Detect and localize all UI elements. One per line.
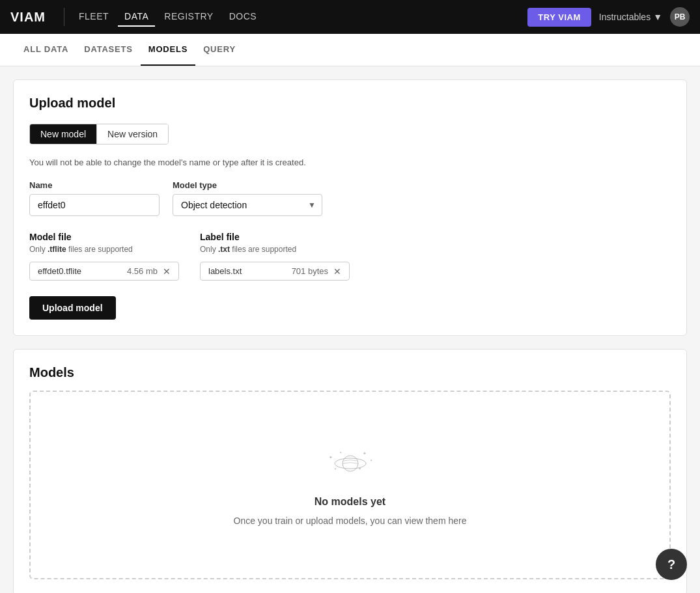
- name-input[interactable]: [29, 194, 160, 216]
- model-file-label: Model file: [29, 232, 179, 242]
- label-file-subtext: Only .txt files are supported: [200, 245, 350, 254]
- avatar[interactable]: PB: [670, 7, 690, 27]
- try-viam-button[interactable]: TRY VIAM: [527, 8, 591, 27]
- sub-nav-query[interactable]: QUERY: [195, 34, 244, 66]
- label-file-label: Label file: [200, 232, 350, 242]
- model-type-select-wrapper: Object detection Image classification Po…: [173, 194, 322, 216]
- nav-registry[interactable]: REGISTRY: [158, 7, 219, 27]
- svg-text:✦: ✦: [333, 467, 336, 471]
- label-file-remove-button[interactable]: ✕: [333, 267, 341, 276]
- model-file-size: 4.56 mb: [127, 266, 158, 276]
- nav-fleet[interactable]: FLEET: [72, 7, 115, 27]
- empty-state: ✦ ✦ ✦ ✦ ✦ ✦ No models yet Once you train…: [29, 391, 671, 579]
- tab-group: New model New version: [29, 124, 169, 145]
- form-row-name-type: Name Model type Object detection Image c…: [29, 180, 671, 216]
- logo: VIAM: [10, 10, 46, 25]
- empty-state-subtitle: Once you train or upload models, you can…: [234, 516, 467, 526]
- tab-new-model[interactable]: New model: [30, 124, 97, 144]
- svg-text:✦: ✦: [328, 455, 332, 460]
- svg-text:✦: ✦: [362, 451, 366, 456]
- nav-docs[interactable]: DOCS: [223, 7, 263, 27]
- nav-right: TRY VIAM Instructables ▼ PB: [527, 7, 690, 27]
- model-file-group: Model file Only .tflite files are suppor…: [29, 232, 179, 281]
- models-title: Models: [29, 365, 671, 380]
- file-section: Model file Only .tflite files are suppor…: [29, 232, 671, 281]
- name-label: Name: [29, 180, 160, 190]
- svg-text:✦: ✦: [370, 458, 372, 462]
- help-button[interactable]: ?: [656, 549, 687, 580]
- tab-new-version[interactable]: New version: [97, 124, 168, 144]
- label-file-size: 701 bytes: [292, 266, 328, 276]
- help-icon: ?: [667, 557, 675, 572]
- upload-card-title: Upload model: [29, 96, 671, 111]
- model-file-ext: .tflite: [48, 245, 66, 254]
- label-file-group: Label file Only .txt files are supported…: [200, 232, 350, 281]
- upload-model-card: Upload model New model New version You w…: [13, 79, 687, 336]
- svg-text:✦: ✦: [339, 450, 342, 454]
- instructables-label: Instructables: [599, 12, 651, 22]
- sub-nav-datasets[interactable]: DATASETS: [76, 34, 141, 66]
- model-file-subtext: Only .tflite files are supported: [29, 245, 179, 254]
- name-group: Name: [29, 180, 160, 216]
- models-card: Models ✦ ✦ ✦ ✦ ✦ ✦ No models yet Once yo…: [13, 349, 687, 593]
- empty-state-title: No models yet: [315, 496, 385, 508]
- nav-divider: [64, 8, 64, 26]
- main-content: Upload model New model New version You w…: [0, 66, 700, 593]
- nav-links: FLEET DATA REGISTRY DOCS: [72, 7, 527, 27]
- model-file-remove-button[interactable]: ✕: [163, 267, 171, 276]
- label-file-name: labels.txt: [208, 266, 287, 276]
- sub-nav-models[interactable]: MODELS: [141, 34, 195, 66]
- upload-model-button[interactable]: Upload model: [29, 296, 116, 320]
- model-type-select[interactable]: Object detection Image classification Po…: [173, 194, 322, 216]
- model-type-group: Model type Object detection Image classi…: [173, 180, 322, 216]
- chevron-down-icon: ▼: [653, 12, 662, 22]
- label-file-ext: .txt: [218, 245, 230, 254]
- info-text: You will not be able to change the model…: [29, 158, 671, 167]
- instructables-dropdown[interactable]: Instructables ▼: [599, 12, 662, 22]
- empty-state-icon: ✦ ✦ ✦ ✦ ✦ ✦: [324, 444, 376, 483]
- model-file-name: effdet0.tflite: [38, 266, 122, 276]
- sub-nav: ALL DATA DATASETS MODELS QUERY: [0, 34, 700, 66]
- label-file-tag: labels.txt 701 bytes ✕: [200, 262, 350, 281]
- top-nav: VIAM FLEET DATA REGISTRY DOCS TRY VIAM I…: [0, 0, 700, 34]
- model-type-label: Model type: [173, 180, 322, 190]
- nav-data[interactable]: DATA: [118, 7, 155, 27]
- sub-nav-all-data[interactable]: ALL DATA: [16, 34, 76, 66]
- model-file-tag: effdet0.tflite 4.56 mb ✕: [29, 262, 179, 281]
